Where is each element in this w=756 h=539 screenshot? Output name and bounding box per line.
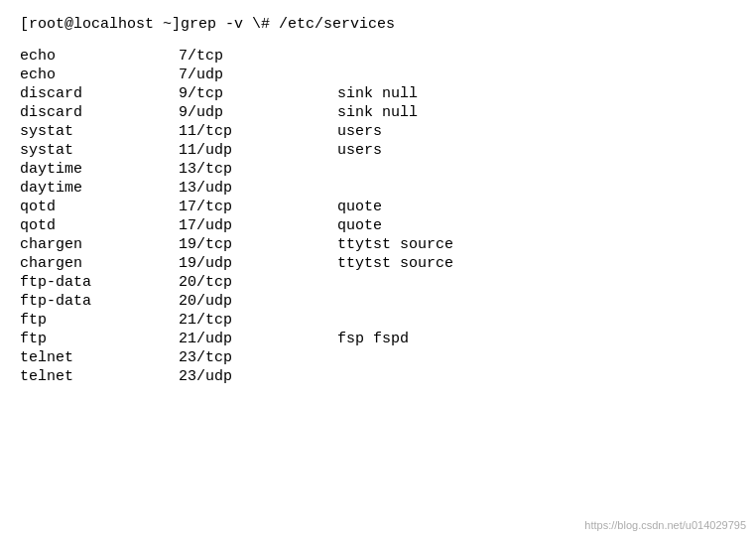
table-row: echo7/tcp: [20, 47, 736, 66]
service-name: chargen: [20, 235, 179, 254]
port-protocol: 23/tcp: [179, 348, 337, 367]
service-aliases: quote: [337, 216, 736, 235]
service-aliases: [337, 367, 736, 386]
service-aliases: ttytst source: [337, 235, 736, 254]
port-protocol: 9/udp: [179, 103, 337, 122]
table-row: ftp-data20/udp: [20, 292, 736, 311]
service-name: daytime: [20, 179, 179, 198]
services-table: echo7/tcpecho7/udpdiscard9/tcpsink nulld…: [20, 47, 736, 386]
table-row: qotd17/tcpquote: [20, 198, 736, 216]
service-aliases: fsp fspd: [337, 330, 736, 348]
service-name: echo: [20, 47, 179, 66]
watermark: https://blog.csdn.net/u014029795: [584, 519, 746, 531]
service-name: daytime: [20, 160, 179, 179]
port-protocol: 19/tcp: [179, 235, 337, 254]
service-aliases: [337, 66, 736, 84]
service-aliases: [337, 292, 736, 311]
table-row: daytime13/tcp: [20, 160, 736, 179]
service-aliases: [337, 160, 736, 179]
service-name: systat: [20, 122, 179, 141]
service-aliases: [337, 273, 736, 292]
port-protocol: 11/tcp: [179, 122, 337, 141]
port-protocol: 17/tcp: [179, 198, 337, 216]
service-aliases: sink null: [337, 103, 736, 122]
service-name: telnet: [20, 367, 179, 386]
port-protocol: 21/udp: [179, 330, 337, 348]
service-name: echo: [20, 66, 179, 84]
service-aliases: sink null: [337, 84, 736, 103]
service-aliases: [337, 179, 736, 198]
table-row: echo7/udp: [20, 66, 736, 84]
service-name: chargen: [20, 254, 179, 273]
port-protocol: 23/udp: [179, 367, 337, 386]
service-name: ftp: [20, 311, 179, 330]
table-row: telnet23/tcp: [20, 348, 736, 367]
port-protocol: 19/udp: [179, 254, 337, 273]
service-name: telnet: [20, 348, 179, 367]
port-protocol: 13/udp: [179, 179, 337, 198]
service-aliases: [337, 47, 736, 66]
table-row: discard9/udpsink null: [20, 103, 736, 122]
table-row: systat11/tcpusers: [20, 122, 736, 141]
table-row: telnet23/udp: [20, 367, 736, 386]
port-protocol: 7/tcp: [179, 47, 337, 66]
service-aliases: quote: [337, 198, 736, 216]
port-protocol: 9/tcp: [179, 84, 337, 103]
terminal-command: [root@localhost ~]grep -v \# /etc/servic…: [20, 16, 736, 33]
table-row: ftp21/tcp: [20, 311, 736, 330]
service-aliases: users: [337, 122, 736, 141]
table-row: daytime13/udp: [20, 179, 736, 198]
service-name: ftp-data: [20, 273, 179, 292]
service-name: discard: [20, 84, 179, 103]
port-protocol: 21/tcp: [179, 311, 337, 330]
service-aliases: users: [337, 141, 736, 160]
table-row: ftp-data20/tcp: [20, 273, 736, 292]
table-row: chargen19/udpttytst source: [20, 254, 736, 273]
port-protocol: 20/tcp: [179, 273, 337, 292]
service-name: ftp-data: [20, 292, 179, 311]
service-aliases: [337, 348, 736, 367]
service-name: ftp: [20, 330, 179, 348]
table-row: chargen19/tcpttytst source: [20, 235, 736, 254]
service-aliases: [337, 311, 736, 330]
port-protocol: 17/udp: [179, 216, 337, 235]
table-row: systat11/udpusers: [20, 141, 736, 160]
service-aliases: ttytst source: [337, 254, 736, 273]
port-protocol: 7/udp: [179, 66, 337, 84]
table-row: discard9/tcpsink null: [20, 84, 736, 103]
port-protocol: 11/udp: [179, 141, 337, 160]
table-row: qotd17/udpquote: [20, 216, 736, 235]
port-protocol: 20/udp: [179, 292, 337, 311]
service-name: systat: [20, 141, 179, 160]
service-name: qotd: [20, 216, 179, 235]
table-row: ftp21/udpfsp fspd: [20, 330, 736, 348]
service-name: discard: [20, 103, 179, 122]
service-name: qotd: [20, 198, 179, 216]
port-protocol: 13/tcp: [179, 160, 337, 179]
